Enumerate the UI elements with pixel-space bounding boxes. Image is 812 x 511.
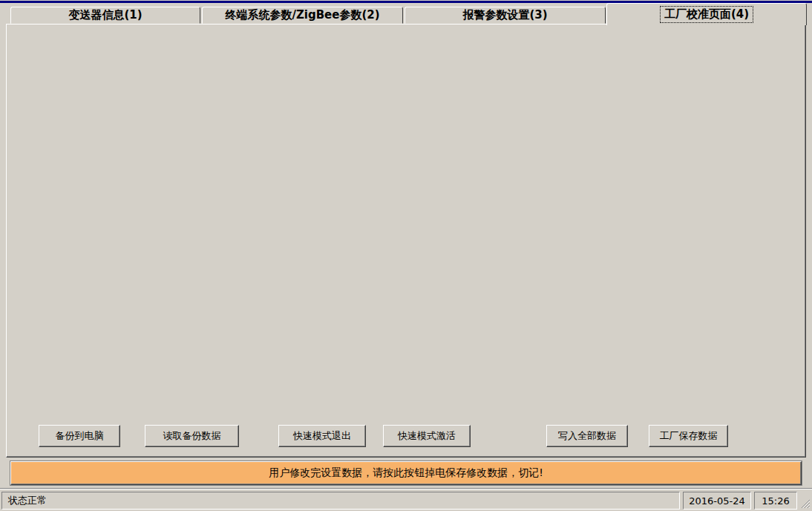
status-text: 状态正常: [1, 492, 680, 510]
resize-grip[interactable]: [801, 499, 811, 509]
tab-page-factory-calibration: [6, 24, 806, 458]
read-backup-data-button[interactable]: 读取备份数据: [145, 425, 239, 447]
write-all-data-button[interactable]: 写入全部数据: [546, 425, 628, 447]
tab-terminal-zigbee-params[interactable]: 终端系统参数/ZigBee参数(2): [202, 7, 403, 24]
tab-label: 工厂校准页面(4): [660, 6, 753, 23]
backup-to-pc-button[interactable]: 备份到电脑: [39, 425, 120, 447]
factory-calibration-window: 变送器信息(1) 终端系统参数/ZigBee参数(2) 报警参数设置(3) 工厂…: [0, 0, 812, 511]
status-date: 2016-05-24: [683, 492, 751, 510]
tab-alarm-params[interactable]: 报警参数设置(3): [405, 7, 606, 24]
tab-label: 报警参数设置(3): [462, 8, 547, 22]
power-down-save-banner-button[interactable]: 用户修改完设置数据，请按此按钮掉电保存修改数据，切记!: [10, 461, 802, 485]
fast-mode-activate-button[interactable]: 快速模式激活: [383, 425, 471, 447]
tab-factory-calibration[interactable]: 工厂校准页面(4): [606, 3, 807, 25]
statusbar-divider: [0, 488, 812, 489]
tab-transmitter-info[interactable]: 变送器信息(1): [10, 7, 200, 24]
tab-label: 终端系统参数/ZigBee参数(2): [225, 8, 379, 22]
tab-label: 变送器信息(1): [68, 8, 142, 22]
fast-mode-exit-button[interactable]: 快速模式退出: [278, 425, 366, 447]
status-time: 15:26: [754, 492, 797, 510]
factory-save-data-button[interactable]: 工厂保存数据: [649, 425, 728, 447]
